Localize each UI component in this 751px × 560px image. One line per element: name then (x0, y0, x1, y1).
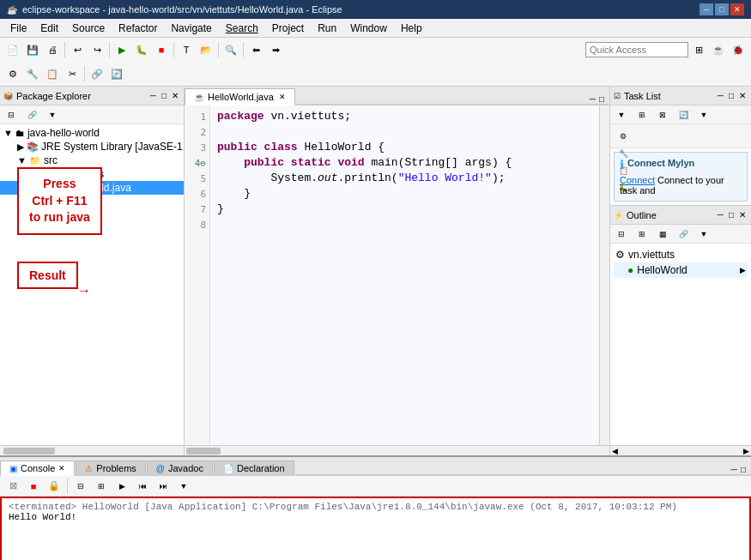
console-tab-problems[interactable]: ⚠ Problems (76, 461, 145, 475)
code-line-4: public static void main(String[] args) { (217, 155, 592, 171)
out-btn2[interactable]: ⊞ (633, 226, 651, 243)
run-button[interactable]: ▶ (112, 41, 131, 58)
perspective-button[interactable]: ⊞ (689, 41, 708, 58)
debug-perspective-button[interactable]: 🐞 (729, 41, 748, 58)
redo-button[interactable]: ↪ (88, 41, 106, 58)
prev-annotation-button[interactable]: ⬅ (246, 41, 265, 58)
tab-close-btn[interactable]: ✕ (279, 93, 286, 101)
outline-item-helloworld[interactable]: HelloWorld (637, 264, 687, 276)
outline-maximize-btn[interactable]: □ (727, 210, 736, 220)
out-btn1[interactable]: ⊟ (612, 226, 631, 243)
task-list-minimize-btn[interactable]: ─ (716, 91, 725, 100)
minimize-panel-btn[interactable]: ─ (148, 91, 158, 100)
code-line-3: public class HelloWorld { (217, 140, 592, 155)
java-perspective-button[interactable]: ☕ (709, 41, 728, 58)
menu-refactor[interactable]: Refactor (112, 21, 164, 36)
menu-run[interactable]: Run (311, 21, 343, 36)
menu-source[interactable]: Source (65, 21, 112, 36)
console-tab-console[interactable]: ▣ Console ✕ (0, 461, 75, 476)
scroll-right-btn[interactable]: ▶ (742, 447, 751, 455)
editor-minimize-btn[interactable]: ─ (588, 94, 597, 104)
info-icon: ℹ (620, 158, 624, 172)
console-btn4[interactable]: ⏮ (133, 478, 152, 495)
console-btn1[interactable]: ⊟ (71, 478, 90, 495)
console-btn2[interactable]: ⊞ (92, 478, 111, 495)
tl-btn2[interactable]: ⊞ (633, 106, 651, 123)
tl-btn3[interactable]: ⊠ (653, 106, 672, 123)
search-button[interactable]: 🔍 (221, 41, 240, 58)
tl-btn1[interactable]: ▼ (612, 106, 631, 123)
console-clear-btn[interactable]: ⊠ (3, 478, 22, 495)
console-tab-javadoc[interactable]: @ Javadoc (147, 461, 213, 475)
console-btn5[interactable]: ⏭ (154, 478, 173, 495)
scroll-left-btn[interactable]: ◀ (610, 447, 620, 455)
view-menu-btn[interactable]: ▼ (43, 106, 62, 123)
task-list-close-btn[interactable]: ✕ (737, 91, 748, 100)
out-btn3[interactable]: ▦ (653, 226, 672, 243)
menu-navigate[interactable]: Navigate (164, 21, 218, 36)
console-stop-btn[interactable]: ■ (24, 478, 43, 495)
tb2-btn1[interactable]: ⚙ (3, 65, 22, 82)
quick-access-input[interactable] (585, 42, 688, 57)
stop-button[interactable]: ■ (152, 41, 171, 58)
tl-btn4[interactable]: 🔄 (674, 106, 693, 123)
tree-src[interactable]: ▼ 📁 src (0, 154, 184, 167)
collapse-all-btn[interactable]: ⊟ (2, 106, 21, 123)
window-title: eclipse-workspace - java-hello-world/src… (22, 4, 342, 15)
pkg-scrollbar-h[interactable] (0, 445, 184, 455)
console-scroll-lock-btn[interactable]: 🔒 (45, 478, 64, 495)
tl-btn5[interactable]: ▼ (694, 106, 713, 123)
open-resource-button[interactable]: 📂 (197, 41, 215, 58)
console-btn6[interactable]: ▼ (174, 478, 193, 495)
tree-java-hello-world[interactable]: ▼ 🖿 java-hello-world (0, 126, 184, 140)
mylyn-connect-link[interactable]: Connect (620, 175, 655, 185)
editor-scrollbar-v[interactable] (599, 105, 609, 445)
console-maximize-btn[interactable]: □ (739, 465, 748, 474)
line-num-1: 1 (185, 109, 209, 124)
tb2-btn4[interactable]: ✂ (63, 65, 82, 82)
console-btn3[interactable]: ▶ (112, 478, 131, 495)
maximize-panel-btn[interactable]: □ (160, 91, 168, 100)
tb2-btn3[interactable]: 📋 (43, 65, 62, 82)
menu-file[interactable]: File (3, 21, 33, 36)
editor-maximize-btn[interactable]: □ (597, 94, 606, 104)
next-annotation-button[interactable]: ➡ (266, 41, 285, 58)
print-button[interactable]: 🖨 (43, 41, 62, 58)
maximize-button[interactable]: □ (715, 3, 729, 15)
connect-mylyn-box: ℹ Connect Mylyn Connect Connect to your … (614, 152, 748, 202)
out-btn4[interactable]: 🔗 (674, 226, 693, 243)
code-editor[interactable]: package vn.viettuts; public class HelloW… (210, 105, 599, 445)
undo-button[interactable]: ↩ (68, 41, 87, 58)
outline-minimize-btn[interactable]: ─ (716, 210, 725, 220)
menu-window[interactable]: Window (343, 21, 394, 36)
outline-scroll-btn[interactable]: ▶ (740, 266, 746, 274)
save-button[interactable]: 💾 (23, 41, 42, 58)
open-type-button[interactable]: T (177, 41, 196, 58)
tb2-btn2[interactable]: 🔧 (23, 65, 42, 82)
task-list-maximize-btn[interactable]: □ (727, 91, 736, 100)
outline-close-btn[interactable]: ✕ (737, 210, 748, 220)
debug-button[interactable]: 🐛 (132, 41, 151, 58)
tree-jre[interactable]: ▶ 📚 JRE System Library [JavaSE-1. (0, 140, 184, 154)
outline-scrollbar-h[interactable]: ◀ ▶ (610, 445, 751, 455)
console-tab-close[interactable]: ✕ (58, 464, 65, 473)
menu-project[interactable]: Project (265, 21, 311, 36)
menu-edit[interactable]: Edit (33, 21, 65, 36)
close-panel-btn[interactable]: ✕ (170, 91, 180, 100)
out-btn5[interactable]: ▼ (694, 226, 713, 243)
console-minimize-btn[interactable]: ─ (730, 465, 739, 474)
outline-item-vn[interactable]: vn.viettuts (628, 249, 675, 261)
link-editor-btn[interactable]: 🔗 (22, 106, 41, 123)
close-button[interactable]: ✕ (730, 3, 744, 15)
task-icon1[interactable]: ⚙ (614, 128, 633, 145)
editor-scrollbar-h[interactable] (185, 445, 609, 455)
tb2-btn5[interactable]: 🔗 (88, 65, 106, 82)
editor-tab-helloworld[interactable]: ☕ HelloWorld.java ✕ (185, 88, 295, 105)
menu-search[interactable]: Search (219, 21, 265, 36)
console-tab-declaration[interactable]: 📄 Declaration (214, 461, 294, 475)
new-button[interactable]: 📄 (3, 41, 22, 58)
menu-help[interactable]: Help (394, 21, 429, 36)
minimize-button[interactable]: ─ (700, 3, 713, 15)
console-sep1 (67, 479, 68, 494)
tb2-btn6[interactable]: 🔄 (107, 65, 126, 82)
